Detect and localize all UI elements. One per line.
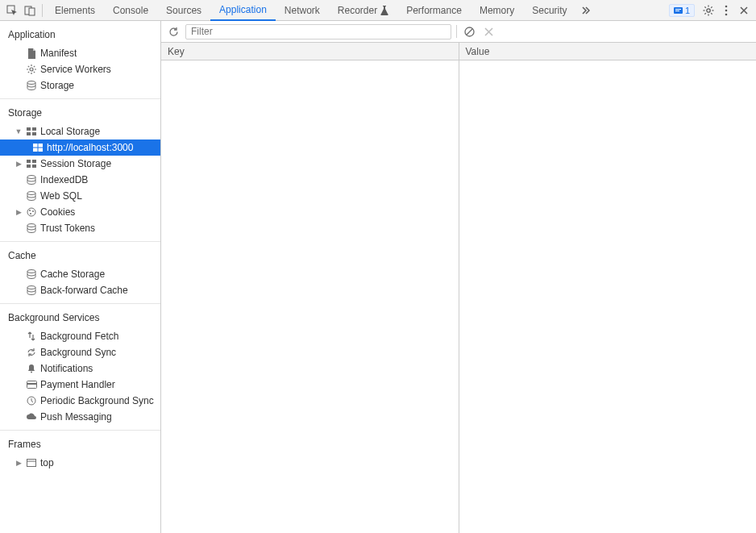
- svg-rect-29: [32, 127, 36, 131]
- svg-point-41: [27, 192, 35, 195]
- tab-recorder-label: Recorder: [338, 5, 377, 16]
- more-tabs-icon[interactable]: [576, 2, 594, 19]
- sidebar-item-label: Storage: [40, 80, 74, 91]
- sidebar-item-label: Local Storage: [40, 126, 100, 137]
- caret-down-icon[interactable]: ▼: [15, 127, 23, 135]
- close-devtools-icon[interactable]: [735, 2, 753, 19]
- sidebar-item-label: Web SQL: [40, 190, 82, 202]
- svg-point-16: [725, 9, 728, 11]
- svg-rect-31: [32, 132, 36, 135]
- sidebar-item-websql[interactable]: Web SQL: [0, 188, 160, 204]
- column-value[interactable]: Value: [459, 43, 757, 60]
- tab-elements[interactable]: Elements: [46, 0, 104, 21]
- group-storage: Storage: [0, 104, 160, 123]
- svg-rect-33: [39, 144, 43, 147]
- delete-selected-icon[interactable]: [481, 24, 496, 39]
- tab-memory[interactable]: Memory: [471, 0, 523, 21]
- sidebar-item-frame-top[interactable]: ▶ top: [0, 455, 160, 471]
- sidebar-item-notifications[interactable]: Notifications: [0, 360, 160, 377]
- sidebar-item-label: Periodic Background Sync: [40, 395, 154, 406]
- tab-sources[interactable]: Sources: [157, 0, 210, 21]
- storage-main-pane: Key Value: [161, 21, 756, 533]
- tab-network[interactable]: Network: [276, 0, 329, 21]
- sidebar-item-label: http://localhost:3000: [47, 142, 133, 153]
- column-key[interactable]: Key: [161, 43, 459, 60]
- svg-rect-39: [32, 164, 36, 168]
- issues-badge[interactable]: 1: [669, 4, 695, 17]
- sidebar-item-label: Cache Storage: [40, 269, 105, 280]
- issues-icon: [674, 6, 683, 15]
- refresh-icon[interactable]: [166, 24, 181, 39]
- sidebar-item-label: Service Workers: [40, 64, 111, 75]
- sidebar-item-label: Session Storage: [40, 158, 111, 169]
- svg-rect-34: [33, 148, 37, 152]
- clock-icon: [26, 395, 37, 406]
- caret-right-icon[interactable]: ▶: [15, 208, 23, 216]
- caret-right-icon[interactable]: ▶: [15, 160, 23, 168]
- sidebar-item-label: Background Sync: [40, 347, 116, 358]
- database-icon: [26, 285, 37, 296]
- svg-point-27: [27, 81, 35, 85]
- device-toggle-icon[interactable]: [21, 2, 39, 19]
- tab-application[interactable]: Application: [210, 0, 276, 21]
- storage-toolbar: [161, 21, 756, 43]
- toolbar-separator: [456, 25, 457, 38]
- sidebar-item-periodic-sync[interactable]: Periodic Background Sync: [0, 393, 160, 409]
- filter-input[interactable]: [185, 24, 451, 40]
- window-icon: [26, 457, 37, 468]
- cookie-icon: [26, 206, 37, 218]
- sidebar-item-trust-tokens[interactable]: Trust Tokens: [0, 220, 160, 236]
- sidebar-item-background-sync[interactable]: Background Sync: [0, 344, 160, 360]
- tab-security[interactable]: Security: [523, 0, 575, 21]
- sidebar-item-label: Notifications: [40, 363, 93, 374]
- table-icon: [26, 126, 37, 137]
- application-sidebar: Application Manifest Service Workers Sto…: [0, 21, 161, 533]
- kebab-menu-icon[interactable]: [717, 2, 735, 19]
- document-icon: [26, 48, 37, 59]
- sidebar-item-back-forward-cache[interactable]: Back-forward Cache: [0, 282, 160, 298]
- sidebar-item-cache-storage[interactable]: Cache Storage: [0, 266, 160, 282]
- sidebar-item-local-storage[interactable]: ▼ Local Storage: [0, 123, 160, 139]
- sidebar-item-label: Manifest: [40, 48, 77, 59]
- svg-rect-35: [39, 148, 43, 152]
- sidebar-item-label: Background Fetch: [40, 331, 118, 342]
- tab-console[interactable]: Console: [104, 0, 157, 21]
- sidebar-item-service-workers[interactable]: Service Workers: [0, 61, 160, 77]
- svg-point-46: [27, 224, 35, 227]
- svg-point-15: [725, 5, 728, 7]
- sidebar-item-manifest[interactable]: Manifest: [0, 45, 160, 61]
- sidebar-item-payment-handler[interactable]: Payment Handler: [0, 377, 160, 393]
- sidebar-item-storage-overview[interactable]: Storage: [0, 77, 160, 94]
- svg-rect-4: [675, 9, 681, 10]
- storage-table-body[interactable]: [161, 60, 756, 533]
- sidebar-item-label: Back-forward Cache: [40, 285, 128, 296]
- sidebar-item-cookies[interactable]: ▶ Cookies: [0, 204, 160, 220]
- svg-line-24: [34, 72, 35, 73]
- svg-rect-37: [32, 160, 36, 163]
- tab-recorder[interactable]: Recorder: [329, 0, 397, 21]
- group-application: Application: [0, 26, 160, 45]
- svg-point-45: [30, 213, 31, 214]
- sidebar-item-label: Payment Handler: [40, 379, 115, 390]
- sidebar-item-push-messaging[interactable]: Push Messaging: [0, 409, 160, 425]
- tab-performance[interactable]: Performance: [397, 0, 471, 21]
- database-icon: [26, 190, 37, 202]
- inspect-icon[interactable]: [3, 2, 21, 19]
- clear-all-icon[interactable]: [462, 24, 476, 39]
- sync-icon: [26, 347, 37, 358]
- database-icon: [26, 223, 37, 234]
- sidebar-item-session-storage[interactable]: ▶ Session Storage: [0, 156, 160, 172]
- svg-line-25: [28, 72, 29, 73]
- settings-icon[interactable]: [700, 2, 717, 19]
- svg-rect-5: [675, 10, 679, 11]
- svg-line-11: [704, 6, 705, 7]
- sidebar-item-label: Cookies: [40, 206, 75, 218]
- svg-point-49: [31, 372, 32, 373]
- sidebar-item-local-storage-origin[interactable]: http://localhost:3000: [0, 139, 160, 156]
- svg-rect-2: [29, 8, 35, 15]
- sidebar-item-background-fetch[interactable]: Background Fetch: [0, 328, 160, 344]
- sidebar-item-indexeddb[interactable]: IndexedDB: [0, 172, 160, 188]
- svg-point-47: [27, 270, 35, 273]
- svg-rect-28: [27, 127, 31, 131]
- caret-right-icon[interactable]: ▶: [15, 459, 23, 467]
